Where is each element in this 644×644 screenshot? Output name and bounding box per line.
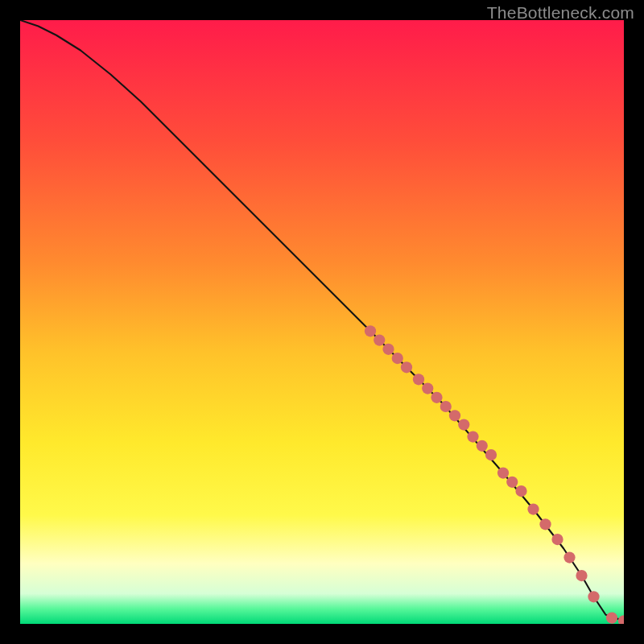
marker-point [413,374,424,385]
marker-point [551,534,563,545]
marker-point [422,382,433,394]
marker-point [539,518,551,530]
chart-plot [20,20,624,624]
marker-point [497,467,509,478]
marker-point [392,353,403,364]
marker-point [382,344,394,355]
marker-point [477,440,488,452]
marker-point [440,401,452,412]
marker-point [485,449,497,460]
marker-point [431,392,442,403]
marker-point [515,485,526,497]
marker-point [401,361,412,373]
marker-point [606,612,617,623]
marker-point [458,419,469,430]
marker-point [467,431,478,442]
marker-point [527,503,539,514]
gradient-bg [20,20,624,624]
marker-point [449,410,460,421]
marker-point [588,591,599,602]
chart-stage: TheBottleneck.com [0,0,644,644]
marker-point [365,325,376,336]
marker-point [564,551,575,563]
marker-point [506,477,518,488]
marker-point [374,334,385,345]
marker-point [576,570,587,581]
